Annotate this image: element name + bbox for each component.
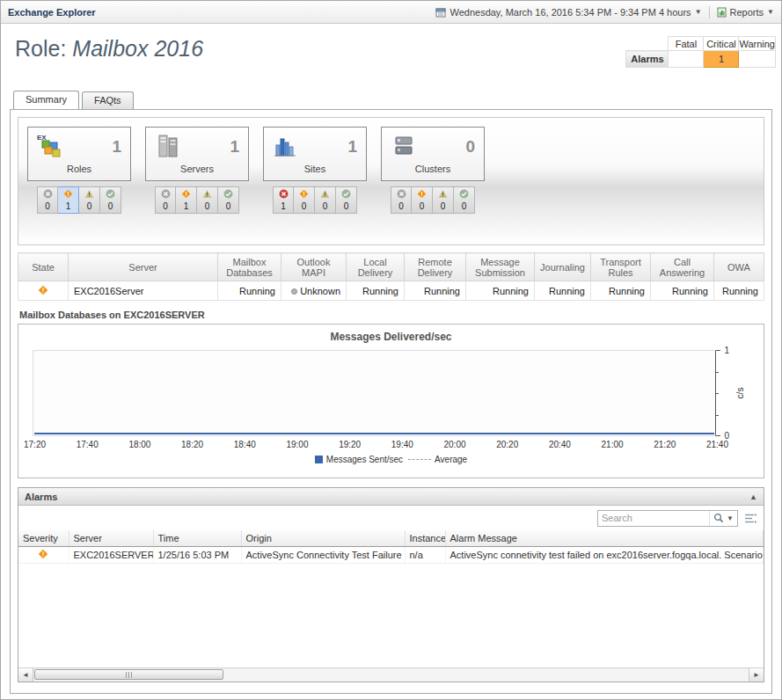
status-cell-fatal[interactable]: 1: [273, 186, 294, 214]
status-cell-warning[interactable]: 0: [197, 186, 218, 214]
server-table-header[interactable]: Transport Rules: [591, 253, 651, 281]
scroll-right-button[interactable]: ►: [749, 668, 764, 682]
plot-wrapper: 1 0 c/s: [33, 350, 716, 436]
server-table-header[interactable]: Message Submission: [466, 253, 535, 281]
tile-status-row: 0100: [27, 186, 131, 214]
service-status-cell: Running: [714, 281, 764, 301]
x-axis-tick-label: 19:00: [286, 440, 308, 449]
tile-clusters[interactable]: 0Clusters0000: [381, 127, 485, 244]
status-cell-fatal[interactable]: 0: [391, 186, 412, 214]
server-name-cell[interactable]: EXC2016Server: [69, 281, 218, 301]
status-cell-critical[interactable]: 1: [176, 186, 197, 214]
x-axis-tick-label: 21:40: [706, 440, 728, 449]
status-cell-normal[interactable]: 0: [100, 186, 121, 214]
reports-menu[interactable]: Reports ▼: [717, 7, 774, 18]
server-table-header[interactable]: State: [18, 253, 69, 281]
x-axis-tick-label: 17:40: [77, 440, 99, 449]
alarms-table-header[interactable]: Instance: [405, 530, 445, 546]
status-count: 0: [412, 201, 432, 211]
tile-card-clusters[interactable]: 0Clusters: [381, 127, 485, 181]
server-table-header[interactable]: Mailbox Databases: [218, 253, 281, 281]
page-title-name: Mailbox 2016: [72, 36, 203, 61]
scrollbar-track[interactable]: [223, 668, 749, 682]
alarm-count-critical[interactable]: 1: [704, 51, 739, 68]
status-cell-warning[interactable]: 0: [79, 186, 100, 214]
search-dropdown-icon[interactable]: ▼: [727, 514, 734, 522]
status-cell-fatal[interactable]: 0: [37, 186, 58, 214]
app-title: Exchange Explorer: [8, 7, 96, 18]
alarm-instance-cell: n/a: [405, 546, 445, 563]
fatal-status-icon: [279, 190, 289, 201]
status-cell-warning[interactable]: 0: [315, 186, 336, 214]
status-count: 0: [100, 201, 121, 211]
time-range-selector[interactable]: Wednesday, March 16, 2016 5:34 PM - 9:34…: [435, 7, 701, 18]
status-cell-critical[interactable]: 1: [58, 186, 79, 214]
critical-status-icon: [63, 190, 73, 201]
status-count: 0: [294, 201, 314, 211]
normal-status-icon: [341, 190, 351, 201]
alarm-count-fatal[interactable]: [669, 51, 704, 68]
alarms-table-header[interactable]: Alarm Message: [445, 530, 764, 546]
tile-card-sites[interactable]: 1Sites: [263, 127, 367, 181]
status-cell-warning[interactable]: 0: [433, 186, 454, 214]
service-status-cell: Running: [466, 281, 535, 301]
server-table-header[interactable]: Outlook MAPI: [281, 253, 347, 281]
alarms-table-header[interactable]: Severity: [18, 530, 69, 546]
service-status-cell: Running: [405, 281, 466, 301]
legend-label: Average: [435, 455, 467, 464]
legend-item: Messages Sent/sec: [315, 455, 403, 464]
normal-status-icon: [223, 190, 233, 201]
status-cell-normal[interactable]: 0: [454, 186, 475, 214]
reports-icon: [717, 7, 727, 18]
tile-count: 1: [230, 137, 239, 157]
alarms-panel: Alarms ▲ ▼: [18, 487, 764, 682]
alarms-table-header[interactable]: Origin: [241, 530, 405, 546]
tile-card-servers[interactable]: 1Servers: [145, 127, 249, 181]
collapse-icon[interactable]: ▲: [749, 492, 757, 501]
y-axis-tick-label: 0: [724, 431, 729, 441]
horizontal-scrollbar[interactable]: ◄ ►: [18, 667, 764, 682]
server-table-header[interactable]: OWA: [714, 253, 764, 281]
status-cell-fatal[interactable]: 0: [155, 186, 176, 214]
tile-sites[interactable]: 1Sites1000: [263, 127, 367, 244]
status-cell-normal[interactable]: 0: [218, 186, 239, 214]
alarms-table-header[interactable]: Server: [69, 530, 153, 546]
chevron-down-icon: ▼: [767, 8, 774, 16]
tab-summary[interactable]: Summary: [13, 91, 79, 109]
table-customizer-icon[interactable]: [744, 513, 757, 524]
tile-status-row: 1000: [263, 186, 367, 214]
tile-card-roles[interactable]: EX1Roles: [27, 127, 131, 181]
time-range-label: Wednesday, March 16, 2016 5:34 PM - 9:34…: [449, 7, 691, 18]
status-count: 1: [274, 201, 293, 211]
alarms-panel-header[interactable]: Alarms ▲: [18, 488, 764, 506]
server-table-header[interactable]: Remote Delivery: [405, 253, 466, 281]
server-table-header[interactable]: Local Delivery: [347, 253, 405, 281]
x-axis-tick-label: 20:00: [444, 440, 466, 449]
alarms-table-header[interactable]: Time: [153, 530, 241, 546]
search-input[interactable]: [598, 513, 709, 523]
server-table-header[interactable]: Journaling: [535, 253, 591, 281]
server-table-header[interactable]: Call Answering: [651, 253, 714, 281]
tab-faqts[interactable]: FAQts: [82, 91, 134, 109]
alarm-row[interactable]: EXC2016SERVER1/25/16 5:03 PMActiveSync C…: [18, 546, 764, 563]
y-axis-tick-label: 1: [724, 346, 729, 355]
server-table-row[interactable]: EXC2016ServerRunningUnknownRunningRunnin…: [18, 281, 764, 301]
search-icon[interactable]: [713, 513, 724, 523]
status-cell-normal[interactable]: 0: [336, 186, 357, 214]
state-critical-icon: [18, 281, 69, 301]
tile-servers[interactable]: 1Servers0100: [145, 127, 249, 244]
server-table-header[interactable]: Server: [69, 253, 218, 281]
scroll-left-button[interactable]: ◄: [18, 668, 33, 682]
plot-area: [33, 350, 716, 436]
tile-roles[interactable]: EX1Roles0100: [27, 127, 131, 244]
alarms-toolbar: ▼: [18, 506, 764, 530]
alarms-panel-title: Alarms: [25, 492, 57, 502]
toolbar-divider: [709, 6, 710, 18]
x-axis-tick-label: 20:20: [496, 440, 518, 449]
service-status-cell: Running: [591, 281, 651, 301]
status-cell-critical[interactable]: 0: [412, 186, 433, 214]
alarm-count-warning[interactable]: [739, 51, 776, 68]
warning-status-icon: [84, 190, 94, 201]
status-cell-critical[interactable]: 0: [294, 186, 315, 214]
scrollbar-thumb[interactable]: [34, 669, 223, 680]
